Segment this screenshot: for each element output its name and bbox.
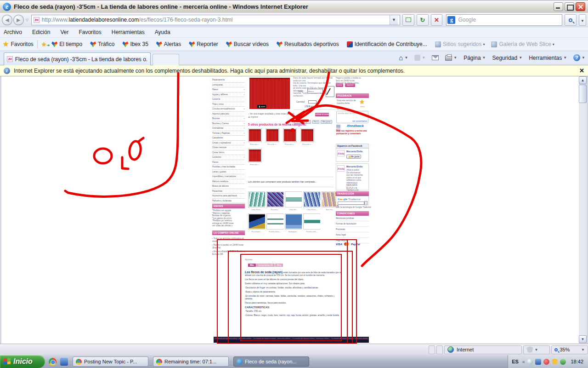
footer-text[interactable]: La tienda de labores online · mercería o…: [293, 337, 329, 340]
category-link[interactable]: Lanas y guatas: [212, 170, 245, 175]
stop-button[interactable]: ✕: [431, 14, 443, 26]
print-button-small[interactable]: imprimir: [345, 83, 355, 87]
category-link[interactable]: Cremalleras+: [212, 126, 245, 131]
tray-icon-updates[interactable]: [552, 359, 558, 365]
menu-item[interactable]: Ayuda: [155, 29, 170, 35]
taskbar-window-button[interactable]: Remaining time: 07:1...: [153, 356, 229, 367]
add-to-cart-button[interactable]: ▸añadir al carrito: [315, 113, 329, 116]
url-field[interactable]: ✂ http://www.latiendadelaboresonline.com…: [31, 15, 400, 25]
related-thumb[interactable]: Puntilla ond...: [303, 213, 320, 233]
tray-icon-network[interactable]: [535, 359, 541, 365]
protected-mode-pane[interactable]: ▼: [523, 345, 550, 354]
page-menu[interactable]: Página▼: [464, 55, 486, 61]
zoom-badge[interactable]: ❚ zoom: [257, 105, 266, 108]
footer-text[interactable]: La tienda de labores online · mercería o…: [254, 337, 290, 340]
category-link[interactable]: Puntillas y tiras bordadas: [212, 165, 245, 170]
favorites-link[interactable]: Tráfico: [90, 41, 116, 47]
menu-item[interactable]: Archivo: [4, 29, 22, 35]
envios-line[interactable]: ver todas las ofertas »: [212, 224, 245, 227]
read-mail-button[interactable]: [432, 55, 439, 60]
related-thumb[interactable]: Cinta Raso...: [303, 191, 320, 211]
tray-icon-messenger[interactable]: [560, 359, 566, 365]
print-button[interactable]: ▼: [445, 55, 457, 61]
menu-item[interactable]: Herramientas: [112, 29, 145, 35]
add-favorite-icon[interactable]: ★➜: [41, 41, 50, 48]
category-link[interactable]: Tiras y vivos: [212, 102, 245, 107]
like-button[interactable]: 👍Me gusta: [346, 155, 361, 159]
product-thumb[interactable]: Fleco de s...: [248, 128, 262, 145]
category-link[interactable]: Cintas Velcro: [212, 150, 245, 155]
favoritos-label[interactable]: Favoritos: [11, 41, 33, 47]
tab-blog[interactable]: Blog: [275, 264, 283, 267]
condiciones-link[interactable]: Promesas: [336, 227, 369, 232]
category-link[interactable]: Flecos: [212, 160, 245, 165]
related-thumb[interactable]: Cinta bie...: [285, 191, 302, 211]
expand-icon[interactable]: +: [243, 93, 245, 96]
color-select[interactable]: Blanco: [307, 89, 323, 93]
category-link[interactable]: Cintas y sujetadores+: [212, 141, 245, 146]
menu-item[interactable]: Ver: [60, 29, 68, 35]
tray-icon-antivirus[interactable]: [543, 359, 549, 365]
product-thumb[interactable]: Fleco de s...: [283, 128, 297, 145]
translate-go-icon[interactable]: [364, 201, 368, 205]
category-link[interactable]: Agujas y alfileres+: [212, 92, 245, 98]
search-box[interactable]: g Google: [446, 14, 562, 26]
scroll-up-arrow[interactable]: ▲: [579, 76, 587, 84]
category-link[interactable]: Cestería: [212, 97, 245, 102]
color-picker-box[interactable]: [326, 86, 334, 97]
category-link[interactable]: Broches y Cierres+: [212, 121, 245, 126]
home-button[interactable]: ⌂▼: [399, 54, 408, 62]
favorites-link[interactable]: Galería de Web Slice ▾: [491, 41, 554, 47]
category-link[interactable]: Imperdibles y marcadores: [212, 174, 245, 179]
close-button[interactable]: [576, 2, 585, 11]
refresh-button[interactable]: ↻: [417, 14, 429, 26]
quick-launch-chrome-icon[interactable]: [49, 358, 57, 366]
tools-menu[interactable]: Herramientas▼: [529, 55, 567, 61]
condiciones-link[interactable]: Aviso legal: [336, 232, 369, 238]
favorites-link[interactable]: Sitios sugeridos ▾: [435, 41, 485, 47]
condiciones-link[interactable]: Menciones jurídicas: [336, 216, 369, 221]
addon-info-bar[interactable]: i Internet Explorer se está ejecutando a…: [0, 65, 588, 76]
translate-select[interactable]: [338, 201, 364, 205]
close-infobar-icon[interactable]: ✕: [579, 67, 584, 74]
vertical-scrollbar[interactable]: ▲ ▼: [579, 76, 587, 344]
expand-icon[interactable]: +: [243, 142, 245, 144]
related-thumb[interactable]: Cinta Raso...: [248, 191, 265, 211]
fb-page-name[interactable]: Mercería Elvila: [346, 165, 362, 168]
back-button[interactable]: ◀: [2, 15, 12, 25]
category-link[interactable]: Lentejuelas: [212, 83, 245, 88]
category-link[interactable]: Adornos para pelo: [212, 112, 245, 117]
print-product-link[interactable]: 🖶 Imprimir: [248, 116, 258, 119]
related-thumb[interactable]: Pasama...: [266, 191, 283, 211]
category-link[interactable]: Cintas métricas: [212, 145, 245, 150]
product-thumb[interactable]: Fleco de s...: [248, 149, 262, 166]
tab-comentarios[interactable]: Comentarios (0): [256, 264, 275, 267]
condiciones-link[interactable]: Formas de facturación: [336, 221, 369, 227]
facebook-box-1[interactable]: Elvila Mercería Elvila 👍Me gusta: [336, 148, 369, 162]
category-link[interactable]: Marcos metálicos: [212, 179, 245, 184]
menu-item[interactable]: Favoritos: [79, 29, 101, 35]
send-button[interactable]: enviar: [336, 83, 343, 87]
ifeedback-logo[interactable]: ifeedback: [347, 124, 364, 128]
maximize-button[interactable]: [565, 2, 574, 11]
product-thumb[interactable]: Fleco de s...: [266, 128, 279, 145]
category-link[interactable]: Pasacintas: [212, 189, 245, 194]
taskbar-window-button[interactable]: Posting New Topic - P...: [73, 356, 148, 367]
expand-icon[interactable]: +: [243, 127, 245, 129]
category-link[interactable]: Pasamanería: [212, 78, 245, 83]
fb-page-name[interactable]: Mercería Elvila: [346, 150, 362, 153]
favorites-link[interactable]: Alertas: [156, 41, 182, 47]
favorites-star-icon[interactable]: ★: [3, 40, 9, 48]
favorites-link[interactable]: Resultados deportivos: [277, 41, 340, 47]
language-indicator[interactable]: ES: [512, 359, 519, 364]
hidden-icons-chevron[interactable]: «: [522, 359, 525, 364]
help-button[interactable]: ?▼: [573, 54, 585, 61]
taskbar-window-button[interactable]: Fleco de seda (rayon...: [233, 356, 309, 367]
scroll-down-arrow[interactable]: ▼: [579, 335, 587, 343]
favorites-link[interactable]: Ibex 35: [122, 41, 149, 47]
start-button[interactable]: Inicio: [0, 355, 45, 368]
expand-icon[interactable]: +: [243, 117, 245, 120]
category-link[interactable]: Bolsos de labores: [212, 184, 245, 189]
footer-text[interactable]: La tienda de labores online · mercería o…: [215, 337, 251, 340]
tab-mas[interactable]: Más: [248, 264, 256, 267]
